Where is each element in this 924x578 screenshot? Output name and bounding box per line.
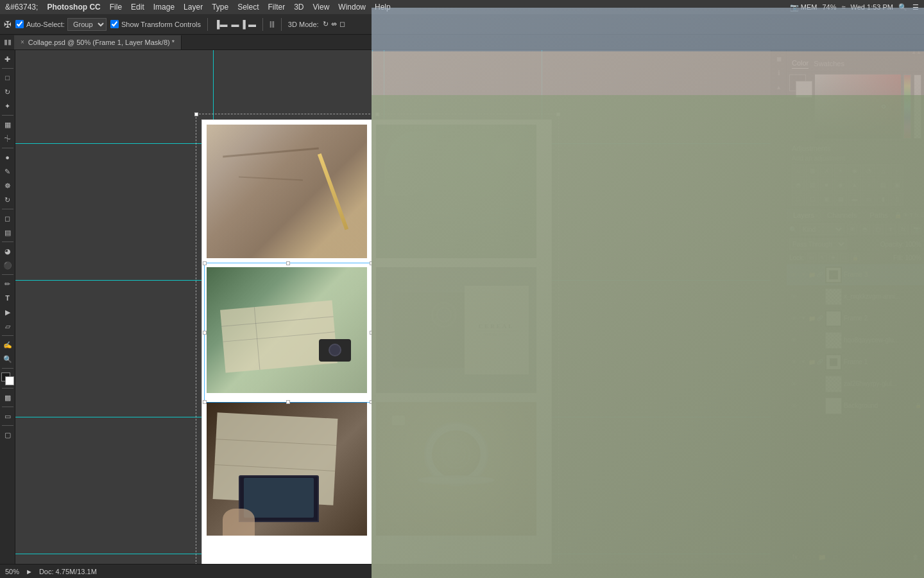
close-tab-button[interactable]: × <box>21 39 24 46</box>
show-transform-group: Show Transform Controls <box>110 20 201 28</box>
camera-lens <box>329 344 341 356</box>
menu-3d[interactable]: 3D <box>294 3 304 12</box>
pen-tool[interactable]: ✏ <box>1 277 14 290</box>
tool-divider-2 <box>2 115 13 116</box>
brush-tool[interactable]: ✎ <box>1 165 14 178</box>
lasso-tool[interactable]: ↻ <box>1 85 14 98</box>
document-tab-title: Collage.psd @ 50% (Frame 1, Layer Mask/8… <box>28 39 175 46</box>
tool-divider-8 <box>2 368 13 369</box>
hand-tool[interactable]: ✍ <box>1 338 14 351</box>
tool-divider-7 <box>2 335 13 336</box>
menu-edit[interactable]: Edit <box>131 3 144 12</box>
tool-divider-6 <box>2 274 13 275</box>
tool-divider-10 <box>2 407 13 407</box>
auto-select-checkbox[interactable] <box>15 20 24 28</box>
show-transform-label: Show Transform Controls <box>121 21 201 28</box>
camera-body <box>319 339 351 362</box>
options-divider2 <box>262 18 263 31</box>
tool-divider-4 <box>2 209 13 209</box>
menu-filter[interactable]: Filter <box>268 3 286 12</box>
auto-select-dropdown[interactable]: Group Layer <box>67 18 107 31</box>
hand-shape-5 <box>223 509 255 536</box>
screen-mode-tool[interactable]: ▭ <box>1 410 14 423</box>
options-divider1 <box>207 18 208 31</box>
layers-panel: Layers Channels Paths 🔒 👁 T fx ☰ 🔍 Kind … <box>787 209 924 564</box>
status-separator: ► <box>26 568 33 575</box>
quick-mask-tool[interactable]: ▩ <box>1 391 14 404</box>
left-toolbar: ✚ □ ↻ ✦ ▦ ⏆ ● ✎ ☸ ↻ ◻ ▤ ◕ ⚫ ✏ T ▶ ▱ ✍ 🔍 … <box>0 50 15 564</box>
app-name: Photoshop CC <box>47 3 100 12</box>
auto-select-label: Auto-Select: <box>26 21 65 28</box>
main-layout: ✚ □ ↻ ✦ ▦ ⏆ ● ✎ ☸ ↻ ◻ ▤ ◕ ⚫ ✏ T ▶ ▱ ✍ 🔍 … <box>0 50 924 564</box>
blur-tool[interactable]: ◕ <box>1 245 14 258</box>
3d-mode-icons: ↻ ⇎ ◻ <box>323 20 345 28</box>
marquee-tool[interactable]: □ <box>1 71 14 84</box>
apple-menu[interactable]: &#63743; <box>5 3 38 12</box>
menu-type[interactable]: Type <box>212 3 228 12</box>
spot-heal-tool[interactable]: ● <box>1 151 14 164</box>
menu-image[interactable]: Image <box>153 3 175 12</box>
zoom-level: 50% <box>5 568 19 575</box>
dodge-tool[interactable]: ⚫ <box>1 259 14 272</box>
background-color[interactable] <box>5 376 14 385</box>
align-right-icon[interactable]: ▌▬ <box>243 20 257 29</box>
menu-select[interactable]: Select <box>237 3 259 12</box>
3d-mode-label: 3D Mode: <box>288 21 319 28</box>
tool-divider-5 <box>2 241 13 242</box>
artboards-tool[interactable]: ▢ <box>1 428 14 441</box>
menu-view[interactable]: View <box>313 3 330 12</box>
move-tool-icon[interactable]: ✠ <box>4 19 12 30</box>
magic-wand-tool[interactable]: ✦ <box>1 100 14 112</box>
3d-rotate-icon[interactable]: ↻ <box>323 20 329 28</box>
type-tool[interactable]: T <box>1 292 14 304</box>
zoom-tool[interactable]: 🔍 <box>1 353 14 365</box>
distribute-icon1[interactable]: ||| <box>270 21 275 28</box>
layer-thumb-photo3 <box>825 376 842 392</box>
show-transform-checkbox[interactable] <box>110 20 119 28</box>
menu-layer[interactable]: Layer <box>184 3 203 12</box>
gradient-tool[interactable]: ▤ <box>1 226 14 239</box>
path-select-tool[interactable]: ▶ <box>1 306 14 319</box>
map-line2 <box>223 331 334 342</box>
tool-divider-11 <box>2 425 13 426</box>
align-center-icon[interactable]: ▬ <box>232 20 239 29</box>
photo-thumb-overlay3 <box>825 376 842 392</box>
tool-divider-9 <box>2 388 13 389</box>
align-left-icon[interactable]: ▐▬ <box>214 20 228 29</box>
menu-window[interactable]: Window <box>338 3 366 12</box>
photo-cell-1 <box>205 123 369 260</box>
map-line1 <box>221 316 333 326</box>
map-line-5b <box>214 464 334 471</box>
3d-scale-icon[interactable]: ◻ <box>339 20 345 28</box>
auto-select-group: Auto-Select: Group Layer <box>15 18 107 31</box>
photo-overlay-1 <box>207 125 367 258</box>
clone-tool[interactable]: ☸ <box>1 179 14 192</box>
laptop-display <box>244 478 314 518</box>
photo-cell-5 <box>205 400 369 538</box>
map-paper <box>220 300 338 372</box>
menu-file[interactable]: File <box>110 3 122 12</box>
tool-divider-1 <box>2 68 13 69</box>
3d-pan-icon[interactable]: ⇎ <box>331 20 337 28</box>
fg-bg-colors[interactable] <box>1 372 14 385</box>
tool-divider-3 <box>2 148 13 148</box>
layers-list: 👁 ▼ 📁 🔗 Frame 3 👁 <box>787 264 924 549</box>
eyedropper-tool[interactable]: ⏆ <box>1 132 14 145</box>
photo-cell-3 <box>205 265 369 395</box>
layer-item-photo3[interactable]: 👁 zal26hwyrpy-glul... <box>787 373 924 395</box>
move-tool[interactable]: ✚ <box>1 53 14 66</box>
right-panel: ▲▲ Color Swatches <box>786 50 924 564</box>
outer-handle-tl <box>194 112 198 116</box>
crop-tool[interactable]: ▦ <box>1 118 14 131</box>
eraser-tool[interactable]: ◻ <box>1 212 14 225</box>
doc-size: Doc: 4.75M/13.1M <box>39 568 97 575</box>
history-brush-tool[interactable]: ↻ <box>1 193 14 206</box>
menu-items: File Edit Image Layer Type Select Filter… <box>110 3 391 12</box>
shape-tool[interactable]: ▱ <box>1 320 14 333</box>
map-line-5a <box>216 438 336 445</box>
document-tab[interactable]: × Collage.psd @ 50% (Frame 1, Layer Mask… <box>14 35 182 49</box>
options-divider3 <box>281 18 282 31</box>
panel-toggle-icon[interactable]: ▮▮ <box>4 38 12 46</box>
